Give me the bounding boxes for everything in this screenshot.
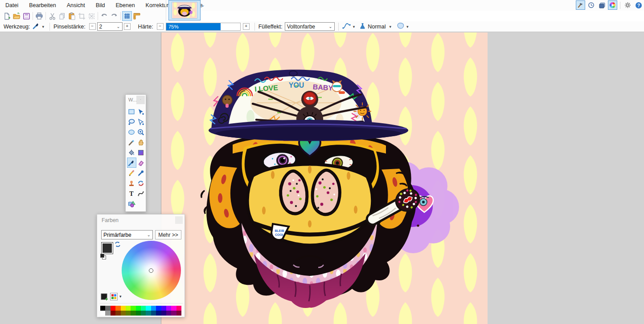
palette-swatch[interactable] — [141, 306, 146, 311]
copy-icon[interactable] — [57, 11, 67, 21]
ruler-icon[interactable] — [132, 11, 142, 21]
layers-panel-icon[interactable] — [597, 0, 607, 10]
tool-text[interactable]: T — [127, 188, 136, 198]
palette-swatch[interactable] — [121, 311, 126, 316]
hardness-plus-button[interactable]: + — [243, 23, 250, 30]
palette-swatch[interactable] — [100, 311, 105, 316]
palette-swatch[interactable] — [111, 306, 115, 311]
palette-swatch[interactable] — [151, 311, 156, 316]
save-icon[interactable] — [21, 11, 31, 21]
tool-pencil[interactable] — [127, 168, 136, 178]
more-button[interactable]: Mehr >> — [155, 230, 181, 239]
tool-move-selected-pixels[interactable] — [136, 106, 146, 117]
colors-window-close-button[interactable] — [175, 216, 183, 224]
tools-panel-icon[interactable] — [576, 0, 585, 10]
tool-clone-stamp[interactable] — [127, 178, 136, 188]
tool-line-curve[interactable] — [136, 188, 146, 198]
palette-swatch[interactable] — [166, 311, 171, 316]
palette-swatch[interactable] — [161, 311, 166, 316]
palette-swatch[interactable] — [141, 311, 146, 316]
brush-width-combo[interactable]: 2⌄ — [97, 22, 123, 31]
palette-swatch[interactable] — [131, 311, 135, 316]
open-folder-icon[interactable] — [12, 11, 21, 21]
palette-swatch[interactable] — [115, 311, 120, 316]
tool-eraser[interactable] — [136, 158, 146, 168]
palette-swatch[interactable] — [146, 311, 151, 316]
fill-style-combo[interactable]: Volltonfarbe⌄ — [285, 22, 335, 31]
brush-width-plus-button[interactable]: + — [124, 23, 131, 30]
palette-swatch[interactable] — [105, 311, 110, 316]
tool-shapes[interactable] — [127, 198, 136, 209]
deselect-icon[interactable] — [86, 11, 96, 21]
palette-swatch[interactable] — [171, 311, 176, 316]
brush-width-minus-button[interactable]: − — [89, 23, 96, 30]
tool-move-selection[interactable] — [136, 117, 146, 127]
tool-lasso-select[interactable] — [127, 117, 136, 127]
palette-dropdown-arrow[interactable]: ▾ — [119, 294, 122, 299]
tool-rectangle-select[interactable] — [127, 106, 136, 117]
add-color-to-palette-icon[interactable] — [101, 293, 108, 303]
print-icon[interactable] — [34, 11, 44, 21]
palette-swatch[interactable] — [126, 311, 131, 316]
palette-swatch[interactable] — [121, 306, 126, 311]
palette-swatch[interactable] — [105, 306, 110, 311]
settings-gear-icon[interactable] — [623, 0, 632, 10]
grid-toggle-icon[interactable] — [122, 11, 132, 21]
help-icon[interactable]: ? — [634, 0, 643, 10]
colors-panel-icon[interactable] — [608, 0, 617, 10]
tab-list-chevron-icon[interactable]: ⌄ — [201, 2, 208, 8]
palette-manager-icon[interactable] — [110, 293, 118, 300]
tool-pan[interactable] — [136, 137, 146, 147]
palette-swatch[interactable] — [111, 311, 115, 316]
tool-paintbrush[interactable] — [127, 158, 136, 168]
palette-swatch[interactable] — [156, 311, 161, 316]
undo-icon[interactable] — [99, 11, 109, 21]
tool-dropdown-arrow[interactable]: ▾ — [42, 24, 45, 29]
blend-mode-icon[interactable] — [359, 23, 366, 31]
color-mode-combo[interactable]: Primärfarbe⌄ — [101, 230, 153, 239]
palette-swatch[interactable] — [115, 306, 120, 311]
reset-colors-icon[interactable] — [100, 254, 107, 260]
color-wheel-cursor[interactable] — [149, 268, 153, 273]
crop-icon[interactable] — [77, 11, 86, 21]
menu-ansicht[interactable]: Ansicht — [62, 0, 90, 10]
palette-swatch[interactable] — [176, 311, 181, 316]
palette-swatch[interactable] — [166, 306, 171, 311]
palette-swatch[interactable] — [100, 306, 105, 311]
swap-colors-icon[interactable] — [115, 241, 121, 249]
tool-magic-wand[interactable] — [127, 137, 136, 147]
tool-color-picker[interactable] — [136, 168, 146, 178]
hardness-slider[interactable]: 75% — [166, 23, 241, 31]
paste-icon[interactable] — [67, 11, 77, 21]
primary-color-swatch[interactable] — [101, 242, 113, 254]
active-tool-brush-icon[interactable] — [33, 22, 40, 31]
palette-swatch[interactable] — [131, 306, 135, 311]
palette-swatch[interactable] — [136, 311, 141, 316]
palette-swatch[interactable] — [126, 306, 131, 311]
menu-bild[interactable]: Bild — [90, 0, 111, 10]
menu-bearbeiten[interactable]: Bearbeiten — [24, 0, 61, 10]
redo-icon[interactable] — [109, 11, 119, 21]
smoothing-dropdown-arrow[interactable]: ▾ — [353, 24, 355, 29]
palette-swatch[interactable] — [161, 306, 166, 311]
tool-paint-bucket[interactable] — [127, 147, 136, 158]
selection-clipping-dropdown-arrow[interactable]: ▾ — [406, 24, 409, 29]
menu-datei[interactable]: Datei — [0, 0, 24, 10]
palette-swatch[interactable] — [151, 306, 156, 311]
blend-mode-dropdown-arrow[interactable]: ▾ — [389, 24, 391, 29]
smoothing-curve-icon[interactable] — [342, 22, 351, 31]
palette-swatch[interactable] — [156, 306, 161, 311]
color-wheel[interactable] — [122, 241, 181, 300]
new-file-icon[interactable] — [2, 11, 12, 21]
palette-swatch[interactable] — [136, 306, 141, 311]
tool-gradient[interactable] — [136, 147, 146, 158]
cut-icon[interactable] — [47, 11, 57, 21]
tool-zoom[interactable] — [136, 127, 146, 137]
tool-recolor[interactable] — [136, 178, 146, 188]
palette-swatch[interactable] — [176, 306, 181, 311]
tool-ellipse-select[interactable] — [127, 127, 136, 137]
menu-ebenen[interactable]: Ebenen — [111, 0, 140, 10]
tools-window-close-button[interactable]: · — [136, 96, 145, 104]
blend-mode-value[interactable]: Normal — [368, 24, 386, 30]
canvas[interactable]: BLEIB COOL — [161, 32, 487, 324]
